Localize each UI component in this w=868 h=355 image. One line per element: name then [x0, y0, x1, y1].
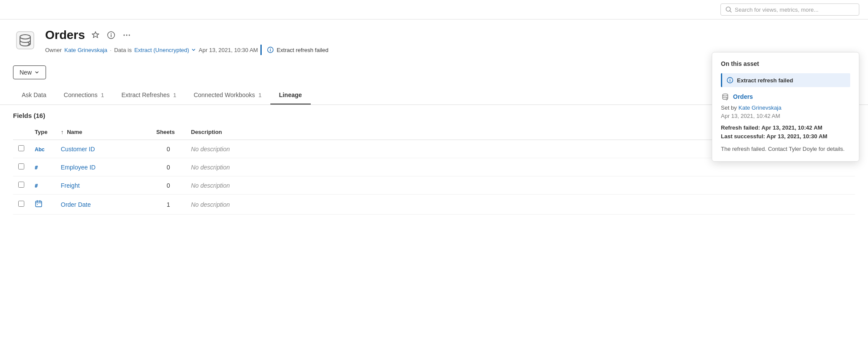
svg-point-17 — [37, 204, 38, 205]
popover-date: Apr 13, 2021, 10:42 AM — [721, 113, 850, 119]
popover-datasource-icon — [721, 92, 730, 101]
tab-connected-workbooks-label: Connected Workbooks — [194, 91, 255, 98]
extract-type-link[interactable]: Extract (Unencrypted) — [134, 47, 196, 53]
field-name-link[interactable]: Employee ID — [61, 164, 95, 171]
popover-set-by: Set by Kate Grinevskaja — [721, 104, 850, 111]
tab-extract-refreshes[interactable]: Extract Refreshes 1 — [113, 86, 185, 104]
datasource-icon — [13, 28, 37, 52]
extract-date: Apr 13, 2021, 10:30 AM — [199, 47, 258, 53]
sheets-count: 0 — [167, 146, 170, 153]
col-name-label: Name — [67, 129, 82, 135]
new-button-label: New — [20, 69, 32, 76]
set-by-label: Set by — [721, 104, 737, 111]
set-by-link[interactable]: Kate Grinevskaja — [738, 104, 781, 111]
header-info: Orders — [45, 28, 334, 55]
table-row: Order Date 1 No description — [13, 195, 855, 215]
meta-separator: · — [110, 47, 112, 53]
extract-failed-badge[interactable]: Extract refresh failed — [260, 45, 333, 55]
field-description: No description — [191, 164, 230, 171]
search-box[interactable]: Search for views, metrics, more... — [720, 3, 859, 16]
popover-alert-text: Extract refresh failed — [737, 77, 793, 84]
extract-type-label: Extract (Unencrypted) — [134, 47, 189, 53]
page-title: Orders — [45, 28, 85, 42]
row-type-cell: # — [30, 158, 56, 176]
row-name-cell: Employee ID — [56, 158, 151, 176]
row-type-cell: Abc — [30, 140, 56, 158]
col-type-label: Type — [35, 129, 47, 135]
svg-point-21 — [723, 94, 728, 96]
row-name-cell: Freight — [56, 176, 151, 195]
col-header-sheets: Sheets — [151, 124, 186, 140]
row-checkbox[interactable] — [18, 201, 24, 207]
popover-source-row: Orders — [721, 92, 850, 101]
row-type-cell: # — [30, 176, 56, 195]
sheets-count: 1 — [167, 201, 170, 208]
tab-connected-workbooks-count: 1 — [258, 92, 261, 98]
svg-line-1 — [730, 11, 732, 13]
more-options-button[interactable] — [121, 29, 133, 41]
tab-connections[interactable]: Connections 1 — [55, 86, 113, 104]
tab-ask-data[interactable]: Ask Data — [13, 86, 55, 104]
row-sheets-cell: 0 — [151, 140, 186, 158]
row-sheets-cell: 0 — [151, 158, 186, 176]
row-checkbox[interactable] — [18, 145, 24, 151]
tab-connected-workbooks[interactable]: Connected Workbooks 1 — [185, 86, 270, 104]
svg-point-12 — [270, 48, 271, 49]
calendar-icon — [35, 200, 43, 208]
sheets-count: 0 — [167, 164, 170, 171]
last-successful-text: Last successful: Apr 13, 2021, 10:30 AM — [721, 133, 827, 140]
type-text-badge: Abc — [35, 147, 45, 153]
col-header-checkbox — [13, 124, 30, 140]
svg-rect-13 — [36, 201, 42, 207]
row-checkbox[interactable] — [18, 163, 24, 169]
field-name-link[interactable]: Customer ID — [61, 146, 95, 153]
row-checkbox-cell — [13, 140, 30, 158]
info-icon — [107, 31, 115, 39]
field-name-link[interactable]: Freight — [61, 182, 80, 189]
chevron-down-icon — [191, 47, 196, 52]
svg-point-7 — [123, 35, 125, 36]
search-icon — [725, 6, 732, 13]
row-checkbox[interactable] — [18, 182, 24, 188]
data-is-label: Data is — [114, 47, 132, 53]
row-desc-cell: No description — [186, 176, 855, 195]
tab-connections-count: 1 — [101, 92, 104, 98]
info-button[interactable] — [105, 29, 117, 41]
field-description: No description — [191, 146, 230, 153]
owner-label: Owner — [45, 47, 62, 53]
svg-point-6 — [111, 33, 112, 34]
tab-lineage[interactable]: Lineage — [270, 86, 311, 104]
owner-link[interactable]: Kate Grinevskaja — [64, 47, 107, 53]
tab-connections-label: Connections — [64, 91, 98, 98]
row-name-cell: Customer ID — [56, 140, 151, 158]
tab-lineage-label: Lineage — [279, 91, 302, 98]
table-row: # Freight 0 No description — [13, 176, 855, 195]
header-meta: Owner Kate Grinevskaja · Data is Extract… — [45, 45, 334, 55]
top-bar: Search for views, metrics, more... — [0, 0, 868, 20]
header-actions — [89, 29, 133, 41]
popover-refresh-details: Refresh failed: Apr 13, 2021, 10:42 AM L… — [721, 124, 850, 140]
popover-source-name[interactable]: Orders — [733, 93, 753, 100]
new-button[interactable]: New — [13, 65, 46, 79]
tab-extract-refreshes-count: 1 — [173, 92, 176, 98]
extract-failed-label: Extract refresh failed — [276, 47, 328, 53]
tab-extract-refreshes-label: Extract Refreshes — [122, 91, 170, 98]
info-circle-icon — [267, 46, 274, 53]
favorite-button[interactable] — [89, 29, 102, 41]
row-checkbox-cell — [13, 176, 30, 195]
field-description: No description — [191, 201, 230, 208]
type-number-badge: # — [35, 165, 38, 171]
field-name-link[interactable]: Order Date — [61, 201, 91, 208]
row-sheets-cell: 1 — [151, 195, 186, 215]
svg-point-9 — [128, 35, 130, 36]
extract-failed-popover: On this asset Extract refresh failed Ord… — [712, 52, 859, 162]
col-header-type: Type — [30, 124, 56, 140]
popover-info-icon — [727, 77, 733, 84]
popover-message: The refresh failed. Contact Tyler Doyle … — [721, 145, 850, 153]
col-description-label: Description — [191, 129, 222, 135]
row-desc-cell: No description — [186, 195, 855, 215]
col-header-name: ↑ Name — [56, 124, 151, 140]
svg-point-20 — [730, 78, 730, 79]
row-checkbox-cell — [13, 158, 30, 176]
main-content: Fields (16) Type ↑ Name Sheets Descripti… — [0, 105, 868, 221]
